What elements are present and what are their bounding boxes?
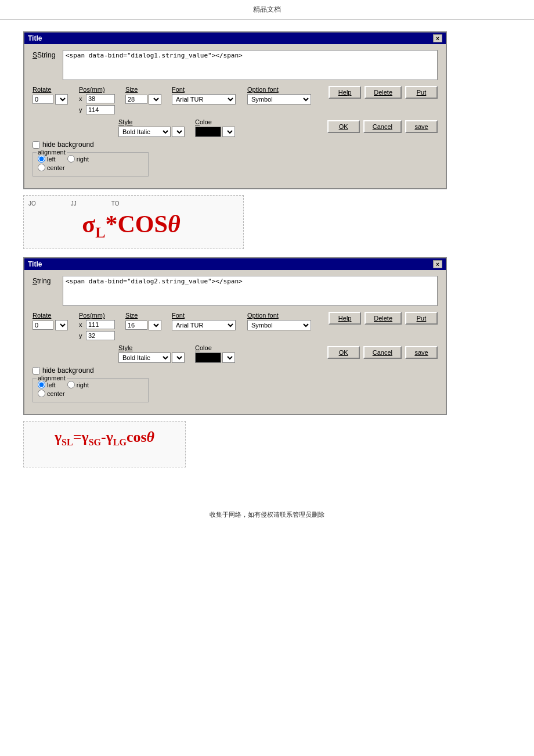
preview1-container: JO JJ TO σL*COSθ: [23, 195, 511, 249]
dialog2-rotate-input[interactable]: [33, 321, 53, 330]
dialog2-bottom-row: hide background alignment left right: [33, 366, 438, 407]
dialog1-string-label: SString: [33, 50, 63, 59]
header-text: 精品文档: [253, 5, 281, 13]
preview2-formula-text: γSL=γSG-γLGcosθ: [55, 429, 154, 448]
dialog1-delete-button[interactable]: Delete: [365, 86, 402, 99]
dialog2-hide-bg-label: hide background: [42, 366, 94, 375]
dialog1-x-input[interactable]: [86, 94, 115, 103]
dialog2-pos-label: Pos(mm): [79, 312, 120, 319]
dialog2-hide-bg-align: hide background alignment left right: [33, 366, 149, 407]
dialog1-align-right[interactable]: right: [67, 155, 89, 163]
dialog2-style-dropdown[interactable]: ▼: [172, 352, 185, 363]
dialog2-y-label: y: [79, 332, 85, 339]
dialog2-color-dropdown[interactable]: ▼: [222, 352, 235, 363]
dialog1-align-center[interactable]: center: [38, 164, 65, 171]
dialog1-titlebar: Title ×: [24, 33, 446, 44]
dialog1-rotate-input[interactable]: [33, 95, 53, 104]
dialog1-buttons-bottom: OK Cancel save: [327, 120, 438, 136]
dialog2-y-input[interactable]: [86, 331, 115, 340]
dialog2-ok-button[interactable]: OK: [327, 346, 360, 359]
dialog2-cancel-button[interactable]: Cancel: [363, 346, 402, 359]
dialog2-size-group: Size ▼: [125, 312, 166, 330]
dialog2-align-left[interactable]: left: [38, 381, 56, 388]
dialog1-font-label: Font: [172, 86, 241, 93]
dialog1-hide-bg-checkbox[interactable]: [33, 141, 40, 149]
dialog1: Title × SString <span data-bind="dialog1…: [23, 31, 447, 189]
dialog1-close-button[interactable]: ×: [433, 34, 442, 42]
dialog2-hide-bg-row: hide background: [33, 366, 149, 375]
preview2-area: γSL=γSG-γLGcosθ: [23, 421, 186, 467]
dialog1-color-dropdown[interactable]: ▼: [222, 127, 235, 137]
dialog1-hide-bg-label: hide background: [42, 141, 94, 149]
dialog1-size-select[interactable]: ▼: [149, 94, 161, 105]
dialog1-put-button[interactable]: Put: [405, 86, 438, 99]
dialog1-color-group: Coloe ▼: [195, 118, 235, 137]
preview1-labels: JO JJ TO: [28, 200, 234, 207]
dialog2-hide-bg-checkbox[interactable]: [33, 367, 40, 375]
dialog1-option-font-select[interactable]: Symbol: [247, 94, 311, 105]
dialog2-option-font-label: Option font: [247, 312, 317, 319]
dialog1-string-row: SString <span data-bind="dialog1.string_…: [33, 50, 438, 80]
dialog2-string-input[interactable]: <span data-bind="dialog2.string_value"><…: [63, 276, 438, 306]
dialog2-titlebar: Title ×: [24, 258, 446, 270]
dialog1-style-color-row: Style Bold Italic ▼ Coloe: [118, 118, 438, 137]
dialog2-color-swatch[interactable]: [195, 352, 221, 363]
dialog1-font-group: Font Arial TUR: [172, 86, 241, 105]
dialog1-pos-group: Pos(mm) x y: [79, 86, 120, 116]
dialog2-string-label: String: [33, 276, 63, 285]
preview1-area: JO JJ TO σL*COSθ: [23, 195, 244, 249]
dialog1-rotate-select[interactable]: ▼: [55, 94, 68, 105]
dialog2-help-button[interactable]: Help: [329, 312, 361, 325]
dialog1-style-select[interactable]: Bold Italic: [118, 127, 171, 137]
dialog1-size-input[interactable]: [125, 95, 147, 104]
dialog2-rotate-group: Rotate ▼: [33, 312, 73, 330]
dialog2-option-font-group: Option font Symbol: [247, 312, 317, 330]
dialog1-y-input[interactable]: [86, 105, 115, 114]
dialog1-ok-button[interactable]: OK: [327, 120, 360, 133]
dialog2-align-center[interactable]: center: [38, 390, 65, 397]
dialog2-align-right[interactable]: right: [67, 381, 89, 388]
dialog2-delete-button[interactable]: Delete: [365, 312, 402, 325]
dialog1-style-dropdown[interactable]: ▼: [172, 127, 185, 137]
dialog2-save-button[interactable]: save: [405, 346, 438, 359]
dialog1-align-left[interactable]: left: [38, 155, 56, 163]
footer-text: 收集于网络，如有侵权请联系管理员删除: [210, 511, 324, 518]
dialog1-buttons-top: Help Delete Put: [329, 86, 438, 102]
dialog2-size-input[interactable]: [125, 321, 147, 330]
dialog1-x-label: x: [79, 95, 85, 102]
dialog1-color-swatch[interactable]: [195, 127, 221, 137]
dialog1-pos-label: Pos(mm): [79, 86, 120, 93]
dialog2-put-button[interactable]: Put: [405, 312, 438, 325]
dialog1-y-label: y: [79, 106, 85, 113]
dialog2-font-label: Font: [172, 312, 241, 319]
dialog2-alignment-legend: alignment: [37, 375, 67, 381]
page-header: 精品文档: [0, 0, 534, 20]
dialog2-style-color-row: Style Bold Italic ▼ Coloe: [118, 344, 438, 363]
dialog2-x-input[interactable]: [86, 320, 115, 329]
dialog1-help-button[interactable]: Help: [329, 86, 361, 99]
dialog1-size-group: Size ▼: [125, 86, 166, 105]
dialog2-buttons-top: Help Delete Put: [329, 312, 438, 327]
dialog2-rotate-select[interactable]: ▼: [55, 320, 68, 330]
dialog1-cancel-button[interactable]: Cancel: [363, 120, 402, 133]
dialog2-color-group: Coloe ▼: [195, 344, 235, 363]
dialog2-pos-group: Pos(mm) x y: [79, 312, 120, 342]
dialog2-style-select[interactable]: Bold Italic: [118, 352, 171, 363]
dialog1-hide-bg-align: hide background alignment left: [33, 141, 149, 181]
dialog1-body: SString <span data-bind="dialog1.string_…: [24, 44, 446, 188]
dialog1-option-font-group: Option font Symbol: [247, 86, 317, 105]
preview1-formula: σL*COSθ: [28, 208, 234, 244]
preview2-container: γSL=γSG-γLGcosθ: [23, 421, 511, 467]
dialog2-font-select[interactable]: Arial TUR: [172, 320, 236, 330]
dialog2-close-button[interactable]: ×: [433, 260, 442, 268]
dialog1-size-label: Size: [125, 86, 166, 93]
dialog2-rotate-label: Rotate: [33, 312, 73, 319]
dialog1-save-button[interactable]: save: [405, 120, 438, 133]
preview1-formula-text: σL*COSθ: [82, 210, 180, 242]
dialog1-alignment-group: alignment left right: [33, 152, 149, 177]
dialog2-size-select[interactable]: ▼: [149, 320, 161, 330]
dialog1-string-input[interactable]: <span data-bind="dialog1.string_value"><…: [63, 50, 438, 80]
dialog1-font-select[interactable]: Arial TUR: [172, 94, 236, 105]
dialog2-font-group: Font Arial TUR: [172, 312, 241, 330]
dialog2-option-font-select[interactable]: Symbol: [247, 320, 311, 330]
